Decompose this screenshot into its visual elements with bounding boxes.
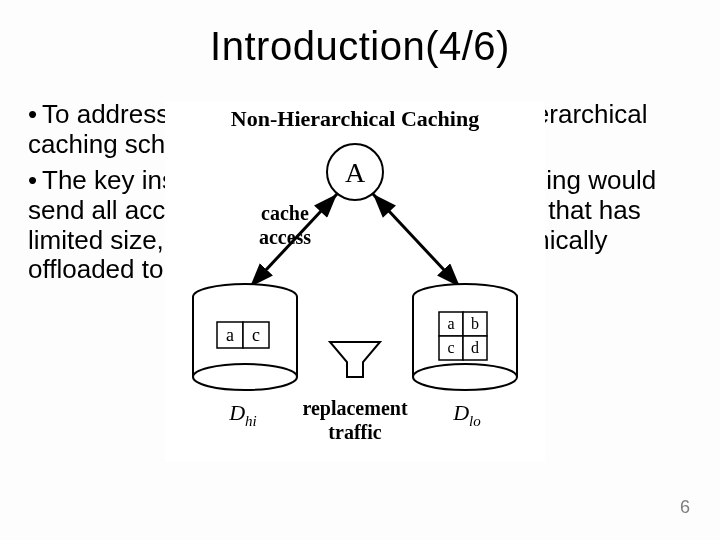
arrow-right <box>373 194 460 287</box>
funnel-icon <box>330 342 380 377</box>
cylinder-hi: a c <box>193 284 297 390</box>
page-title: Introduction(4/6) <box>0 24 720 69</box>
slide: Introduction(4/6) •To address this issue… <box>0 0 720 540</box>
d-hi-label: Dhi <box>228 400 257 429</box>
caching-diagram: Non-Hierarchical Caching A cache access <box>165 102 545 462</box>
diagram-svg: Non-Hierarchical Caching A cache access <box>165 102 545 462</box>
cell-lo-3: d <box>471 339 479 356</box>
cell-lo-1: b <box>471 315 479 332</box>
cell-hi-1: c <box>252 325 260 345</box>
svg-point-4 <box>193 364 297 390</box>
bullet-marker: • <box>28 100 42 130</box>
d-lo-label: Dlo <box>452 400 481 429</box>
cache-label: cache <box>261 202 309 224</box>
cell-lo-0: a <box>447 315 454 332</box>
cylinder-lo: a b c d <box>413 284 517 390</box>
bullet-marker: • <box>28 166 42 196</box>
replacement-label: replacement <box>302 397 407 420</box>
svg-point-11 <box>413 364 517 390</box>
diagram-heading: Non-Hierarchical Caching <box>231 106 479 131</box>
traffic-label: traffic <box>328 421 381 443</box>
process-label: A <box>345 157 366 188</box>
page-number: 6 <box>680 497 690 518</box>
cell-hi-0: a <box>226 325 234 345</box>
cell-lo-2: c <box>447 339 454 356</box>
